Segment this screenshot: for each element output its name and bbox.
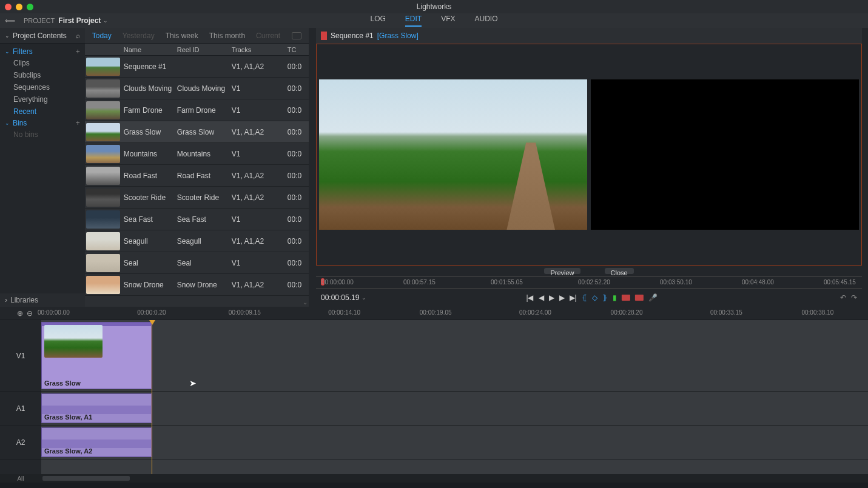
time-tab-this-week[interactable]: This week bbox=[166, 32, 198, 40]
time-tab-today[interactable]: Today bbox=[92, 32, 112, 40]
remove-icon[interactable] bbox=[635, 295, 644, 301]
clip-reel: Grass Slow bbox=[177, 128, 232, 136]
layout-tab-vfx[interactable]: VFX bbox=[441, 15, 455, 27]
column-reel[interactable]: Reel ID bbox=[177, 46, 232, 53]
column-tracks[interactable]: Tracks bbox=[232, 46, 288, 53]
cue-marker-icon[interactable]: ▮ bbox=[613, 293, 617, 302]
clip-name: Clouds Moving bbox=[123, 84, 177, 93]
clip-row[interactable]: Sea FastSea FastV100:0 bbox=[85, 209, 309, 230]
clip-row[interactable]: Sequence #1V1, A1,A200:0 bbox=[85, 56, 309, 78]
plus-icon[interactable]: + bbox=[76, 119, 80, 127]
play-icon[interactable]: ▶ bbox=[549, 293, 554, 302]
goto-start-icon[interactable]: |◀ bbox=[526, 293, 533, 302]
filter-item-sequences[interactable]: Sequences bbox=[0, 81, 85, 93]
clip-reel: Mountains bbox=[177, 150, 232, 158]
layout-tab-log[interactable]: LOG bbox=[370, 15, 385, 27]
timeline-clip-a1[interactable]: Grass Slow, A1 bbox=[41, 393, 152, 423]
goto-end-icon[interactable]: ▶| bbox=[570, 293, 577, 302]
timeline-ruler[interactable]: ⊕ ⊖ 00:00:00.0000:00:0.2000:00:09.1500:0… bbox=[0, 307, 868, 320]
timeline-content[interactable]: Grass Slow ➤ Grass Slow, A1 Grass Slow, … bbox=[41, 320, 868, 474]
viewer-body bbox=[316, 44, 862, 266]
time-tab-current[interactable]: Current bbox=[256, 32, 280, 40]
time-tab-this-month[interactable]: This month bbox=[209, 32, 245, 40]
filter-item-subclips[interactable]: Subclips bbox=[0, 69, 85, 81]
clip-tc: 00:0 bbox=[288, 150, 306, 158]
delete-icon[interactable] bbox=[622, 295, 630, 301]
sequence-name: Sequence #1 bbox=[331, 32, 374, 40]
filter-item-recent[interactable]: Recent bbox=[0, 105, 85, 118]
clip-tc: 00:0 bbox=[288, 281, 306, 289]
clip-thumbnail bbox=[86, 210, 120, 229]
back-icon[interactable]: ⟸ bbox=[5, 16, 15, 25]
ruler-mark: 00:00:38.10 bbox=[801, 309, 833, 316]
clip-name: Snow Drone bbox=[123, 281, 177, 289]
current-timecode[interactable]: 00:00:05.19 bbox=[321, 293, 359, 302]
clip-row[interactable]: MountainsMountainsV100:0 bbox=[85, 143, 309, 165]
close-button[interactable]: Close bbox=[605, 268, 634, 274]
mark-in-icon[interactable]: ⦃ bbox=[582, 293, 587, 302]
timeline-clip-a2[interactable]: Grass Slow, A2 bbox=[41, 427, 152, 457]
track-label-v1[interactable]: V1 bbox=[0, 320, 41, 392]
clip-thumbnail bbox=[86, 232, 120, 250]
step-forward-icon[interactable]: ▶ bbox=[559, 293, 565, 302]
list-view-icon[interactable] bbox=[292, 32, 301, 39]
viewer-ruler[interactable]: 00:00:00.0000:00:57.1500:01:55.0500:02:5… bbox=[316, 276, 862, 289]
clip-row[interactable]: Farm DroneFarm DroneV100:0 bbox=[85, 99, 309, 121]
close-window-icon[interactable] bbox=[5, 4, 12, 10]
filter-item-everything[interactable]: Everything bbox=[0, 93, 85, 105]
chevron-down-icon[interactable]: ⌄ bbox=[362, 295, 366, 301]
clip-row[interactable]: Scooter RideScooter RideV1, A1,A200:0 bbox=[85, 187, 309, 209]
chevron-down-icon[interactable]: ⌄ bbox=[103, 18, 108, 24]
mic-icon[interactable]: 🎤 bbox=[648, 293, 658, 302]
filters-header[interactable]: ⌄ Filters + bbox=[0, 46, 85, 57]
timeline-clip-v1[interactable]: Grass Slow bbox=[41, 322, 152, 389]
plus-icon[interactable]: + bbox=[76, 47, 80, 56]
clip-thumbnail bbox=[86, 58, 120, 76]
minimize-window-icon[interactable] bbox=[16, 4, 22, 10]
ruler-mark: 00:00:14.10 bbox=[328, 309, 360, 316]
project-name[interactable]: First Project bbox=[58, 16, 101, 25]
track-label-a1[interactable]: A1 bbox=[0, 392, 41, 426]
clip-row[interactable]: Grass SlowGrass SlowV1, A1,A200:0 bbox=[85, 121, 309, 143]
track-v1[interactable]: Grass Slow ➤ bbox=[41, 320, 868, 392]
ruler-mark: 00:02:52.20 bbox=[578, 279, 610, 286]
bins-header[interactable]: ⌄ Bins + bbox=[0, 118, 85, 129]
ruler-mark: 00:04:48.00 bbox=[742, 279, 774, 286]
clip-row[interactable]: Road FastRoad FastV1, A1,A200:0 bbox=[85, 165, 309, 187]
clip-row[interactable]: Snow DroneSnow DroneV1, A1,A200:0 bbox=[85, 274, 309, 296]
source-viewer[interactable] bbox=[319, 79, 587, 230]
time-tab-yesterday[interactable]: Yesterday bbox=[123, 32, 155, 40]
search-icon[interactable]: ⌕ bbox=[76, 32, 80, 40]
scroll-down-icon[interactable]: ⌄ bbox=[303, 299, 308, 306]
mark-clear-icon[interactable]: ◇ bbox=[592, 293, 597, 302]
layout-tab-audio[interactable]: AUDIO bbox=[475, 15, 498, 27]
clip-row[interactable]: SealSealV100:0 bbox=[85, 252, 309, 274]
timeline-tracks: V1 A1 A2 Grass Slow ➤ Grass Slow, A1 Gra… bbox=[0, 320, 868, 474]
mark-out-icon[interactable]: ⦄ bbox=[602, 293, 608, 302]
filter-item-clips[interactable]: Clips bbox=[0, 57, 85, 69]
column-tc[interactable]: TC bbox=[288, 46, 306, 53]
timeline-playhead[interactable] bbox=[152, 320, 152, 474]
maximize-window-icon[interactable] bbox=[27, 4, 33, 10]
preview-button[interactable]: Preview bbox=[544, 268, 580, 274]
sequence-clip-name: [Grass Slow] bbox=[377, 32, 419, 40]
track-label-a2[interactable]: A2 bbox=[0, 426, 41, 460]
column-name[interactable]: Name bbox=[123, 46, 177, 53]
track-a2[interactable]: Grass Slow, A2 bbox=[41, 426, 868, 460]
track-a1[interactable]: Grass Slow, A1 bbox=[41, 392, 868, 426]
record-viewer[interactable] bbox=[591, 79, 859, 230]
redo-icon[interactable]: ↷ bbox=[851, 293, 857, 302]
layout-tab-edit[interactable]: EDIT bbox=[405, 15, 422, 27]
step-back-icon[interactable]: ◀ bbox=[539, 293, 544, 302]
chevron-down-icon[interactable]: ⌄ bbox=[5, 33, 10, 39]
zoom-in-icon[interactable]: ⊕ bbox=[17, 309, 23, 318]
scroll-scope-label[interactable]: All bbox=[0, 475, 41, 482]
timeline-scrollbar[interactable]: All bbox=[0, 474, 868, 483]
clip-row[interactable]: Clouds MovingClouds MovingV100:0 bbox=[85, 78, 309, 99]
flag-icon[interactable] bbox=[321, 32, 327, 40]
clip-row[interactable]: SeagullSeagullV1, A1,A200:0 bbox=[85, 230, 309, 252]
scrollbar-thumb[interactable] bbox=[42, 476, 130, 481]
undo-icon[interactable]: ↶ bbox=[840, 293, 846, 302]
zoom-out-icon[interactable]: ⊖ bbox=[27, 309, 33, 318]
libraries-header[interactable]: › Libraries bbox=[0, 293, 85, 307]
